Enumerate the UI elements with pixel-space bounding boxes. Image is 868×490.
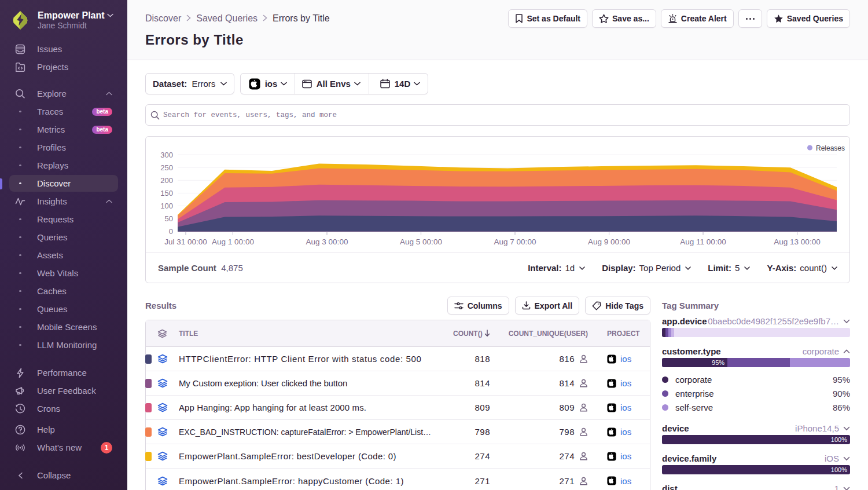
svg-text:Aug 13 00:00: Aug 13 00:00 [774, 237, 820, 246]
svg-text:Aug 1 00:00: Aug 1 00:00 [212, 237, 254, 246]
svg-text:Aug 5 00:00: Aug 5 00:00 [400, 237, 442, 246]
svg-text:150: 150 [160, 189, 173, 198]
svg-text:300: 300 [160, 151, 173, 159]
svg-text:200: 200 [160, 176, 173, 185]
svg-text:Aug 7 00:00: Aug 7 00:00 [494, 237, 536, 246]
svg-text:0: 0 [169, 227, 173, 236]
svg-text:250: 250 [160, 163, 173, 172]
svg-text:Releases: Releases [816, 144, 845, 152]
svg-text:100: 100 [160, 202, 173, 210]
svg-text:Jul 31 00:00: Jul 31 00:00 [164, 237, 207, 246]
svg-text:50: 50 [165, 214, 173, 223]
svg-text:Aug 9 00:00: Aug 9 00:00 [588, 237, 630, 246]
svg-text:Aug 3 00:00: Aug 3 00:00 [306, 237, 348, 246]
svg-text:Aug 11 00:00: Aug 11 00:00 [680, 237, 726, 246]
